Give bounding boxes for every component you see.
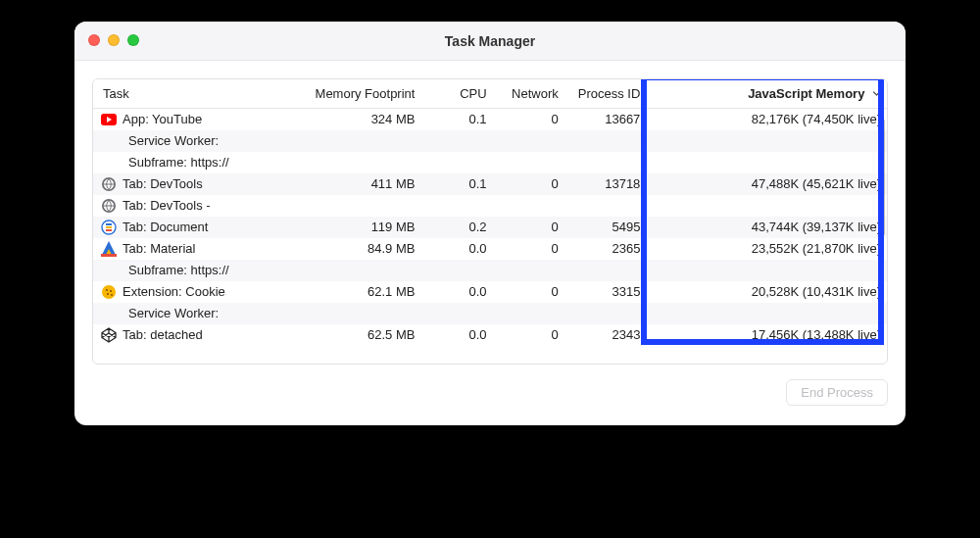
cell-mem: [277, 195, 420, 217]
end-process-button[interactable]: End Process: [786, 379, 888, 406]
cell-js: 20,528K (10,431K live): [646, 281, 887, 303]
cell-mem: 62.5 MB: [277, 324, 420, 346]
col-header-network[interactable]: Network: [493, 79, 564, 109]
content-area: Task Memory Footprint CPU Network Proces…: [74, 61, 906, 425]
cell-cpu: 0.0: [420, 324, 492, 346]
cell-pid: [564, 130, 647, 152]
col-header-js-memory[interactable]: JavaScript Memory: [646, 79, 887, 109]
table-row[interactable]: Extension: Cookie62.1 MB0.00331520,528K …: [93, 281, 887, 303]
cell-pid: [564, 195, 647, 217]
cookie-icon: [101, 284, 117, 300]
window-title: Task Manager: [445, 33, 535, 49]
process-table: Task Memory Footprint CPU Network Proces…: [93, 79, 887, 346]
cell-mem: 411 MB: [277, 173, 420, 195]
svg-rect-10: [101, 254, 117, 257]
cell-net: 0: [493, 324, 564, 346]
table-row[interactable]: Tab: Material84.9 MB0.00236523,552K (21,…: [93, 238, 887, 260]
cell-net: 0: [493, 173, 564, 195]
cell-cpu: 0.1: [420, 173, 492, 195]
cell-mem: [277, 260, 420, 281]
cell-mem: 62.1 MB: [277, 281, 420, 303]
cell-cpu: [420, 152, 492, 173]
table-row[interactable]: Subframe: https://: [93, 260, 887, 281]
cell-task: Tab: Document: [93, 217, 277, 238]
cell-pid: 5495: [564, 217, 647, 238]
col-header-pid[interactable]: Process ID: [564, 79, 647, 109]
table-row[interactable]: Service Worker:: [93, 303, 887, 324]
cell-mem: [277, 152, 420, 173]
scrollbar-thumb[interactable]: [879, 119, 885, 236]
cell-js: 17,456K (13,488K live): [646, 324, 887, 346]
cell-js: 47,488K (45,621K live): [646, 173, 887, 195]
cell-js: [646, 195, 887, 217]
titlebar[interactable]: Task Manager: [74, 22, 906, 61]
table-row[interactable]: Tab: Document119 MB0.20549543,744K (39,1…: [93, 217, 887, 238]
svg-point-11: [102, 285, 116, 299]
close-icon[interactable]: [88, 34, 100, 46]
cell-pid: [564, 303, 647, 324]
col-header-task[interactable]: Task: [93, 79, 277, 109]
cell-task: Subframe: https://: [93, 152, 277, 173]
cell-js: 43,744K (39,137K live): [646, 217, 887, 238]
process-table-body: App: YouTube324 MB0.101366782,176K (74,4…: [93, 109, 887, 346]
material-icon: [101, 241, 117, 257]
col-header-js-memory-label: JavaScript Memory: [748, 86, 864, 101]
cell-task: App: YouTube: [93, 109, 277, 130]
chevron-down-icon: [872, 86, 881, 101]
task-label: Tab: DevTools -: [122, 198, 211, 213]
svg-point-13: [110, 290, 112, 292]
cell-net: [493, 303, 564, 324]
cell-task: Tab: DevTools: [93, 173, 277, 195]
cell-pid: 13718: [564, 173, 647, 195]
cell-mem: 119 MB: [277, 217, 420, 238]
cell-net: 0: [493, 109, 564, 130]
task-manager-window: Task Manager Task Memory Footprint CPU: [74, 22, 906, 425]
cell-task: Service Worker:: [93, 130, 277, 152]
minimize-icon[interactable]: [108, 34, 120, 46]
cell-net: 0: [493, 238, 564, 260]
table-row[interactable]: Subframe: https://: [93, 152, 887, 173]
svg-point-15: [111, 294, 113, 296]
table-row[interactable]: Tab: DevTools411 MB0.101371847,488K (45,…: [93, 173, 887, 195]
cell-task: Tab: DevTools -: [93, 195, 277, 217]
cell-js: [646, 303, 887, 324]
cell-pid: 2365: [564, 238, 647, 260]
task-label: Tab: DevTools: [122, 176, 203, 191]
svg-rect-6: [106, 223, 112, 225]
svg-rect-7: [106, 226, 112, 228]
cell-cpu: 0.0: [420, 238, 492, 260]
globe-icon: [101, 198, 117, 214]
table-row[interactable]: Tab: detached62.5 MB0.00234317,456K (13,…: [93, 324, 887, 346]
zoom-icon[interactable]: [127, 34, 139, 46]
cell-mem: 324 MB: [277, 109, 420, 130]
footer: End Process: [92, 365, 888, 412]
codepen-icon: [101, 327, 117, 343]
process-table-wrap: Task Memory Footprint CPU Network Proces…: [92, 78, 888, 365]
task-label: Service Worker:: [128, 133, 219, 148]
task-label: Subframe: https://: [128, 155, 229, 170]
cell-net: 0: [493, 281, 564, 303]
cell-mem: [277, 130, 420, 152]
col-header-cpu[interactable]: CPU: [420, 79, 492, 109]
table-row[interactable]: Tab: DevTools -: [93, 195, 887, 217]
cell-cpu: 0.1: [420, 109, 492, 130]
cell-pid: 13667: [564, 109, 647, 130]
table-row[interactable]: App: YouTube324 MB0.101366782,176K (74,4…: [93, 109, 887, 130]
cell-pid: 3315: [564, 281, 647, 303]
cell-pid: [564, 260, 647, 281]
globe-icon: [101, 176, 117, 192]
cell-task: Tab: detached: [93, 324, 277, 346]
cell-task: Service Worker:: [93, 303, 277, 324]
task-label: Extension: Cookie: [122, 284, 225, 299]
task-label: Service Worker:: [128, 306, 219, 320]
col-header-memory[interactable]: Memory Footprint: [277, 79, 420, 109]
cell-cpu: 0.2: [420, 217, 492, 238]
cell-net: [493, 130, 564, 152]
cell-net: [493, 152, 564, 173]
table-row[interactable]: Service Worker:: [93, 130, 887, 152]
cell-js: 23,552K (21,870K live): [646, 238, 887, 260]
cell-mem: [277, 303, 420, 324]
cell-js: [646, 152, 887, 173]
task-label: App: YouTube: [122, 112, 202, 126]
cell-cpu: [420, 195, 492, 217]
